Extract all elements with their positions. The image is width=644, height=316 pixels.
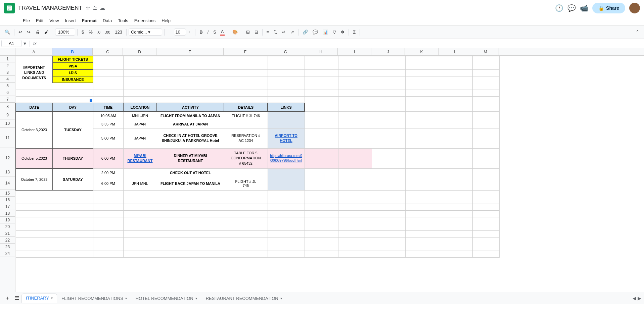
cell-H18[interactable] [305,210,338,217]
cell-C10[interactable]: 3:35 PM [93,120,123,128]
cell-H22[interactable] [305,237,338,244]
cell-C3[interactable] [93,69,123,76]
cell-K21[interactable] [405,230,439,237]
cell-E6[interactable] [157,90,224,96]
cell-G21[interactable] [268,230,305,237]
cell-C7[interactable] [93,96,123,103]
cell-C9[interactable]: 10:05 AM [93,111,123,120]
cell-G20[interactable] [268,224,305,230]
cell-J22[interactable] [372,237,405,244]
cell-F17[interactable] [224,204,268,210]
cell-B18[interactable] [53,210,93,217]
row-header-13[interactable]: 13 [0,168,15,176]
cell-K11[interactable] [405,128,439,148]
undo-btn[interactable]: ↩ [16,28,24,36]
tab-itinerary-arrow[interactable]: ▾ [51,296,53,300]
row-header-9[interactable]: 9 [0,111,15,119]
cell-G15[interactable] [268,190,305,197]
cell-G22[interactable] [268,237,305,244]
cell-K23[interactable] [405,244,439,251]
cell-M22[interactable] [472,237,499,244]
cell-L1[interactable] [439,56,472,63]
cell-D13[interactable] [123,168,157,177]
cell-D9[interactable]: MNL-JPN [123,111,157,120]
cell-K9[interactable] [405,111,439,120]
cell-H13[interactable] [305,168,338,177]
cell-D20[interactable] [123,224,157,230]
hide-toolbar-btn[interactable]: ⌃ [634,28,641,36]
cell-D14[interactable]: JPN-MNL [123,177,157,190]
cell-M20[interactable] [472,224,499,230]
row-header-20[interactable]: 20 [0,223,15,230]
cell-K13[interactable] [405,168,439,177]
cell-I14[interactable] [338,177,372,190]
cell-J6[interactable] [372,90,405,96]
cell-I11[interactable] [338,128,372,148]
cell-L10[interactable] [439,120,472,128]
cell-K10[interactable] [405,120,439,128]
tab-scroll-left[interactable]: ◀ [633,296,636,301]
tab-hotel-recommendation[interactable]: HOTEL RECOMMENDATION ▾ [131,294,201,303]
cell-G6[interactable] [268,90,305,96]
cell-F1[interactable] [224,56,268,63]
format-123-btn[interactable]: 123 [113,28,124,36]
cell-H9[interactable] [305,111,338,120]
cell-C24[interactable] [93,251,123,257]
cell-D17[interactable] [123,204,157,210]
cell-A6[interactable] [16,90,53,96]
row-header-21[interactable]: 21 [0,230,15,237]
cell-B5[interactable] [53,83,93,90]
cell-M18[interactable] [472,210,499,217]
cell-D24[interactable] [123,251,157,257]
cell-H6[interactable] [305,90,338,96]
cell-J8[interactable] [372,103,405,111]
cell-I17[interactable] [338,204,372,210]
cell-L23[interactable] [439,244,472,251]
cell-M15[interactable] [472,190,499,197]
row-header-5[interactable]: 5 [0,83,15,89]
cell-K2[interactable] [405,63,439,69]
cell-J9[interactable] [372,111,405,120]
share-button[interactable]: 🔒 Share [592,3,625,13]
font-size-dec-btn[interactable]: − [167,28,173,36]
formula-expand-icon[interactable]: ▾ [24,40,26,47]
cell-F7[interactable] [224,96,268,103]
cell-K5[interactable] [405,83,439,90]
cell-K20[interactable] [405,224,439,230]
cell-D3[interactable] [123,69,157,76]
col-header-K[interactable]: K [405,48,439,55]
cell-L18[interactable] [439,210,472,217]
cell-F18[interactable] [224,210,268,217]
cell-I7[interactable] [338,96,372,103]
cell-E11[interactable]: CHECK IN AT HOTEL GROOVESHINJUKU, A PARK… [157,128,224,148]
cell-B8-day[interactable]: DAY [53,103,93,111]
row-header-14[interactable]: 14 [0,176,15,190]
cell-K8[interactable] [405,103,439,111]
cell-G19[interactable] [268,217,305,224]
cell-J17[interactable] [372,204,405,210]
cell-J10[interactable] [372,120,405,128]
cell-H19[interactable] [305,217,338,224]
cell-A12-date[interactable]: October 5,2023 [16,148,53,168]
cell-L9[interactable] [439,111,472,120]
cell-G13[interactable] [268,168,305,177]
chart-btn[interactable]: 📊 [321,28,330,36]
cell-H2[interactable] [305,63,338,69]
cell-K17[interactable] [405,204,439,210]
row-header-22[interactable]: 22 [0,237,15,244]
cell-J12[interactable] [372,148,405,168]
cell-E17[interactable] [157,204,224,210]
cell-J21[interactable] [372,230,405,237]
cell-G17[interactable] [268,204,305,210]
cell-B7[interactable] [53,96,93,103]
cell-L6[interactable] [439,90,472,96]
cell-B4[interactable]: INSURANCE [53,76,93,83]
cell-H4[interactable] [305,76,338,83]
cell-C18[interactable] [93,210,123,217]
cell-G18[interactable] [268,210,305,217]
cell-G9[interactable] [268,111,305,120]
cell-L4[interactable] [439,76,472,83]
cell-M12[interactable] [472,148,499,168]
cell-D16[interactable] [123,197,157,204]
font-name-btn[interactable]: Comic... ▾ [129,29,162,36]
